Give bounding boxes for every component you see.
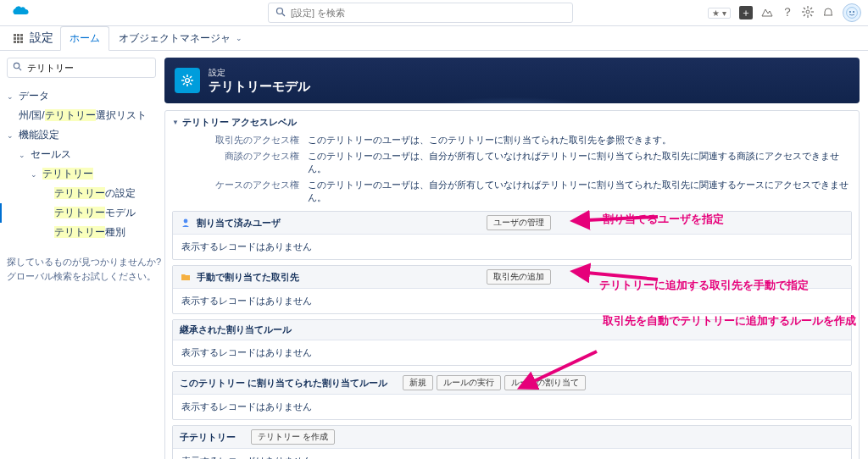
tree-item-territory-model[interactable]: テリトリーモデル bbox=[0, 203, 156, 223]
app-name: 設定 bbox=[30, 30, 53, 46]
block-assignment-rules: このテリトリー に割り当てられた割り当てルール 新規 ルールの実行 ルールの割り… bbox=[172, 371, 852, 420]
block-body: 表示するレコードはありません bbox=[173, 235, 851, 259]
access-row-case: ケースのアクセス権このテリトリーのユーザは、自分が所有していなければテリトリーに… bbox=[172, 177, 852, 206]
search-icon bbox=[13, 62, 22, 74]
svg-line-22 bbox=[190, 83, 192, 85]
block-title: 割り当て済みユーザ bbox=[197, 217, 281, 230]
tree-node-data[interactable]: ⌄データ bbox=[7, 86, 156, 106]
global-add-button[interactable]: ＋ bbox=[739, 6, 753, 19]
tree-node-sales[interactable]: ⌄セールス bbox=[7, 145, 156, 164]
block-title: 子テリトリー bbox=[180, 431, 236, 444]
block-title: このテリトリー に割り当てられた割り当てルール bbox=[180, 377, 387, 390]
setup-gear-icon[interactable] bbox=[802, 6, 814, 20]
svg-line-9 bbox=[810, 8, 812, 9]
svg-point-16 bbox=[186, 79, 190, 83]
svg-line-8 bbox=[810, 14, 812, 16]
run-rule-button[interactable]: ルールの実行 bbox=[437, 375, 501, 390]
svg-line-15 bbox=[19, 68, 21, 70]
svg-point-25 bbox=[184, 219, 188, 224]
svg-point-11 bbox=[847, 8, 858, 19]
assign-rule-button[interactable]: ルールの割り当て bbox=[504, 375, 586, 390]
favorites-button[interactable]: ★ ▾ bbox=[708, 8, 731, 19]
notifications-bell-icon[interactable] bbox=[822, 6, 834, 20]
block-body: 表示するレコードはありません bbox=[173, 289, 851, 313]
access-level-section[interactable]: ▼ テリトリー アクセスレベル bbox=[172, 116, 852, 129]
block-child-territories: 子テリトリー テリトリー を作成 表示するレコードはありません bbox=[172, 425, 852, 459]
svg-point-12 bbox=[849, 11, 851, 13]
tree-item-territory-type[interactable]: テリトリー種別 bbox=[7, 223, 156, 242]
tab-home[interactable]: ホーム bbox=[60, 26, 109, 51]
svg-line-24 bbox=[183, 83, 185, 85]
header-utilities: ★ ▾ ＋ ？ bbox=[708, 3, 861, 22]
manage-users-button[interactable]: ユーザの管理 bbox=[487, 215, 551, 230]
add-accounts-button[interactable]: 取引先の追加 bbox=[487, 269, 551, 285]
global-search-input[interactable] bbox=[291, 8, 565, 18]
tree-hint: 探しているものが見つかりませんか?グローバル検索をお試しください。 bbox=[7, 252, 156, 285]
global-search[interactable] bbox=[268, 3, 573, 23]
user-avatar[interactable] bbox=[843, 3, 861, 22]
page-header: 設定 テリトリーモデル bbox=[164, 58, 860, 103]
setup-tree: ⌄データ 州/国/テリトリー選択リスト ⌄機能設定 ⌄セールス ⌄テリトリー テ… bbox=[7, 86, 156, 285]
svg-point-13 bbox=[853, 11, 854, 13]
tab-object-manager[interactable]: オブジェクトマネージャ⌄ bbox=[109, 26, 252, 50]
svg-point-0 bbox=[277, 8, 283, 14]
create-territory-button[interactable]: テリトリー を作成 bbox=[251, 429, 335, 445]
svg-line-7 bbox=[804, 8, 805, 9]
svg-line-23 bbox=[190, 76, 192, 78]
setup-sidebar: ⌄データ 州/国/テリトリー選択リスト ⌄機能設定 ⌄セールス ⌄テリトリー テ… bbox=[0, 51, 159, 459]
block-body: 表示するレコードはありません bbox=[173, 340, 851, 365]
page-title: テリトリーモデル bbox=[209, 79, 310, 95]
territory-panel: ▼ テリトリー アクセスレベル 取引先のアクセス権このテリトリーのユーザは、この… bbox=[164, 110, 860, 459]
block-title: 継承された割り当てルール bbox=[180, 324, 292, 336]
folder-icon bbox=[180, 271, 192, 283]
block-manual-accounts: 手動で割り当てた取引先 取引先の追加 表示するレコードはありません テリトリーに… bbox=[172, 265, 852, 314]
access-row-opportunity: 商談のアクセス権このテリトリーのユーザは、自分が所有していなければテリトリーに割… bbox=[172, 148, 852, 177]
global-header: ★ ▾ ＋ ？ bbox=[0, 0, 868, 25]
main-content: 設定 テリトリーモデル ▼ テリトリー アクセスレベル 取引先のアクセス権このテ… bbox=[159, 51, 868, 459]
waffle-icon bbox=[14, 34, 23, 43]
search-icon bbox=[275, 7, 286, 19]
help-icon[interactable]: ？ bbox=[782, 5, 793, 20]
block-inherited-rules: 継承された割り当てルール 表示するレコードはありません 取引先を自動でテリトリー… bbox=[172, 319, 852, 366]
quick-find-input[interactable] bbox=[27, 63, 150, 73]
tree-item-territory-settings[interactable]: テリトリーの設定 bbox=[7, 184, 156, 203]
user-icon bbox=[180, 217, 192, 229]
trailhead-icon[interactable] bbox=[761, 6, 773, 20]
tree-node-territory[interactable]: ⌄テリトリー bbox=[7, 164, 156, 184]
block-title: 手動で割り当てた取引先 bbox=[197, 271, 299, 284]
quick-find[interactable] bbox=[7, 58, 156, 78]
tree-item-picklist[interactable]: 州/国/テリトリー選択リスト bbox=[7, 106, 156, 125]
tree-node-feature[interactable]: ⌄機能設定 bbox=[7, 125, 156, 145]
collapse-triangle-icon: ▼ bbox=[172, 119, 179, 126]
svg-line-21 bbox=[183, 76, 185, 78]
block-body: 表示するレコードはありません bbox=[173, 449, 851, 459]
page-supertitle: 設定 bbox=[209, 67, 310, 79]
block-assigned-users: 割り当て済みユーザ ユーザの管理 表示するレコードはありません 割り当てるユーザ… bbox=[172, 211, 852, 260]
chevron-down-icon: ⌄ bbox=[236, 34, 242, 42]
svg-line-1 bbox=[282, 14, 285, 16]
new-rule-button[interactable]: 新規 bbox=[403, 375, 433, 390]
salesforce-logo-icon bbox=[10, 3, 31, 23]
block-body: 表示するレコードはありません bbox=[173, 395, 851, 419]
app-nav-bar: 設定 ホーム オブジェクトマネージャ⌄ bbox=[0, 25, 868, 51]
svg-point-14 bbox=[14, 63, 19, 68]
page-gear-icon bbox=[175, 68, 200, 93]
svg-line-10 bbox=[804, 14, 805, 16]
access-row-account: 取引先のアクセス権このテリトリーのユーザは、このテリトリーに割り当てられた取引先… bbox=[172, 132, 852, 148]
svg-point-2 bbox=[806, 10, 810, 14]
app-launcher[interactable]: 設定 bbox=[7, 26, 60, 50]
